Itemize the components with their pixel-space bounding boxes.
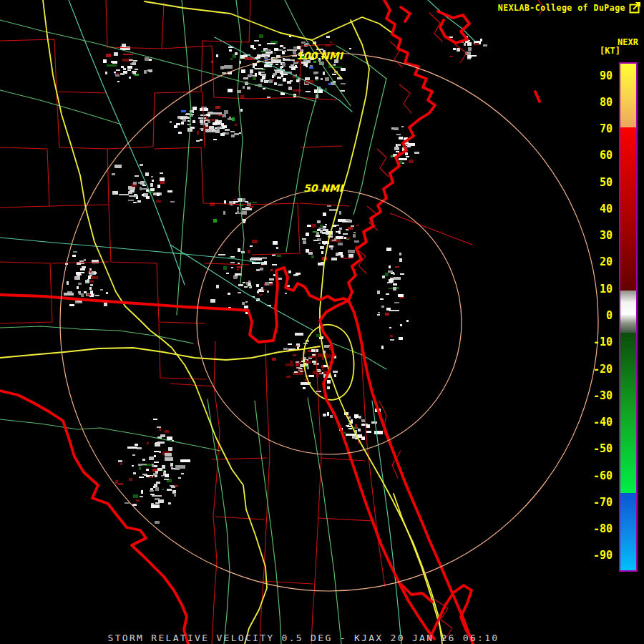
echo-pixel [114,72,116,73]
echo-pixel [256,284,259,287]
echo-pixel [344,237,346,239]
echo-pixel [290,361,293,364]
echo-pixel [142,459,145,461]
echo-pixel [181,473,184,474]
echo-pixel [118,483,123,485]
echo-pixel [303,387,306,389]
echo-pixel [273,274,275,276]
echo-pixel [231,135,235,137]
echo-pixel [394,147,399,150]
echo-pixel [349,48,351,49]
echo-pixel [146,190,149,192]
echo-pixel [243,282,245,283]
echo-pixel [306,64,308,67]
echo-pixel [382,275,385,278]
county-border [170,384,214,386]
echo-pixel [303,240,306,244]
echo-pixel [273,74,275,77]
echo-pixel [127,69,131,71]
echo-pixel [238,248,240,252]
echo-pixel [230,202,233,204]
colorbar-tick: -30 [567,389,613,402]
echo-pixel [290,80,293,82]
echo-pixel [386,293,389,295]
echo-pixel [313,371,316,374]
echo-pixel [406,320,409,322]
echo-pixel [355,424,357,428]
radar-viewer: 100 NMI 50 NMI NEXLAB-College of DuPage … [0,0,644,644]
echo-pixel [280,45,283,47]
echo-pixel [154,484,157,487]
echo-pixel [381,306,384,308]
road-green [100,428,220,451]
echo-pixel [142,474,147,475]
echo-pixel [133,494,138,498]
echo-pixel [297,46,301,49]
echo-pixel [76,273,81,275]
coast-detail [399,84,411,113]
echo-pixel [145,172,149,176]
echo-pixel [140,464,147,465]
echo-pixel [390,335,393,337]
echo-pixel [313,73,317,74]
echo-pixel [213,219,217,223]
echo-pixel [119,194,129,195]
road-yellow [145,1,392,40]
echo-pixel [150,488,153,490]
echo-pixel [150,494,155,495]
echo-pixel [240,95,244,98]
echo-pixel [90,280,94,283]
echo-pixel [151,504,160,508]
echo-pixel [160,172,163,174]
echo-pixel [293,354,296,356]
echo-pixel [159,451,161,453]
echo-pixel [120,463,122,465]
echo-pixel [354,240,359,243]
echo-pixel [483,44,487,47]
echo-pixel [374,431,383,434]
echo-pixel [333,64,336,66]
echo-pixel [321,251,323,254]
echo-pixel [157,426,161,428]
echo-pixel [389,327,391,328]
echo-pixel [122,44,126,47]
echo-pixel [332,240,336,241]
echo-pixel [84,291,87,293]
echo-pixel [149,69,152,72]
echo-pixel [128,200,134,201]
echo-pixel [114,165,122,168]
echo-pixel [187,120,190,122]
echo-pixel [87,294,91,296]
echo-pixel [265,49,271,52]
echo-pixel [121,66,124,68]
echo-pixel [217,127,220,130]
echo-pixel [313,240,318,241]
echo-pixel [262,76,265,79]
echo-pixel [160,181,165,184]
echo-pixel [399,258,402,262]
river [170,245,313,331]
echo-pixel [296,273,301,275]
range-ring-label-100nmi: 100 NMI [296,50,344,62]
colorbar-segment [620,493,636,570]
echo-pixel [302,238,306,240]
county-border [261,581,313,584]
echo-pixel [186,113,190,114]
county-border [159,323,206,379]
echo-pixel [327,386,330,389]
echo-pixel [288,343,292,345]
echo-pixel [269,278,274,280]
echo-pixel [301,42,306,44]
echo-pixel [315,77,318,79]
echo-pixel [224,110,228,114]
river [69,0,185,285]
echo-pixel [312,224,316,228]
echo-pixel [200,139,203,141]
map-layer-county-border [0,0,472,644]
echo-pixel [218,114,223,116]
echo-pixel [307,366,309,369]
echo-pixel [261,287,263,291]
echo-pixel [230,262,235,263]
echo-pixel [306,91,311,92]
echo-pixel [352,436,356,439]
